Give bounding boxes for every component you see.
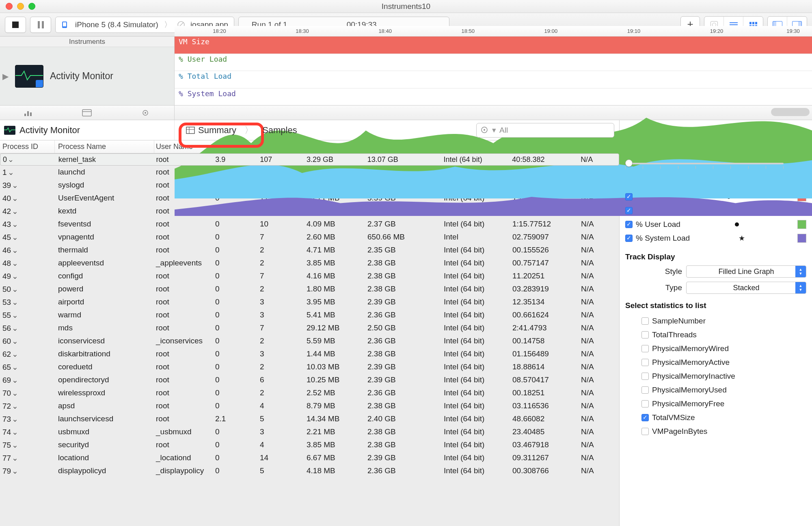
row-menu-icon[interactable]: ⌄ [11,337,21,345]
select-stat-checkbox[interactable] [641,345,649,352]
stat-checkbox[interactable] [625,235,633,242]
row-menu-icon[interactable]: ⌄ [11,441,21,449]
row-menu-icon[interactable]: ⌄ [11,324,21,332]
table-row[interactable]: 43⌄fseventsdroot0104.09 MB2.37 GBIntel (… [0,218,619,231]
track-total-load[interactable]: % Total Load [175,71,812,88]
table-row[interactable]: 65⌄coreduetdroot0210.03 MB2.39 GBIntel (… [0,360,619,373]
row-menu-icon[interactable]: ⌄ [11,467,21,475]
track-system-load[interactable]: % System Load [175,88,812,106]
row-menu-icon[interactable]: ⌄ [11,233,21,241]
table-row[interactable]: 72⌄apsdroot048.79 MB2.38 GBIntel (64 bit… [0,399,619,412]
select-stat-checkbox[interactable] [641,428,649,435]
select-stat-row[interactable]: PhysicalMemoryUsed [625,383,806,397]
select-stat-checkbox[interactable] [641,317,649,325]
select-stat-row[interactable]: PhysicalMemoryActive [625,356,806,369]
select-stat-checkbox[interactable] [641,359,649,366]
row-menu-icon[interactable]: ⌄ [11,272,21,280]
select-stat-row[interactable]: VMPageInBytes [625,425,806,438]
row-menu-icon[interactable]: ⌄ [11,194,21,203]
row-menu-icon[interactable]: ⌄ [11,181,21,190]
row-menu-icon[interactable]: ⌄ [11,220,21,229]
color-swatch[interactable] [797,234,806,243]
row-menu-icon[interactable]: ⌄ [11,415,21,423]
select-stat-checkbox[interactable] [641,386,649,394]
track-user-load[interactable]: % User Load [175,54,812,71]
row-menu-icon[interactable]: ⌄ [11,454,21,462]
sampling-rate-slider[interactable] [625,163,784,164]
table-row[interactable]: 0⌄kernel_taskroot3.91073.29 GB13.07 GBIn… [0,153,619,166]
select-stat-row[interactable]: PhysicalMemoryInactive [625,369,806,383]
table-row[interactable]: 49⌄configdroot074.16 MB2.38 GBIntel (64 … [0,269,619,282]
table-row[interactable]: 75⌄securitydroot043.85 MB2.38 GBIntel (6… [0,438,619,451]
table-row[interactable]: 79⌄displaypolicyd_displaypolicy054.18 MB… [0,464,619,477]
stat-row[interactable]: % System Load★ [625,231,806,245]
svg-rect-1 [63,22,66,26]
select-stat-row[interactable]: SampleNumber [625,314,806,328]
table-row[interactable]: 73⌄launchservicesdroot2.1514.34 MB2.40 G… [0,412,619,425]
row-menu-icon[interactable]: ⌄ [11,285,21,293]
stat-checkbox[interactable] [625,221,633,228]
col-pid[interactable]: Process ID [0,140,55,153]
table-row[interactable]: 46⌄thermaldroot024.71 MB2.35 GBIntel (64… [0,244,619,257]
bars-icon[interactable] [24,110,33,116]
record-stop-button[interactable] [5,17,26,33]
row-menu-icon[interactable]: ⌄ [11,363,21,371]
select-stat-row[interactable]: PhysicalMemoryWired [625,342,806,356]
pause-button[interactable] [30,17,51,33]
crumb-samples[interactable]: Samples [253,120,306,140]
table-row[interactable]: 69⌄opendirectorydroot0610.25 MB2.39 GBIn… [0,373,619,386]
table-row[interactable]: 50⌄powerdroot021.80 MB2.38 GBIntel (64 b… [0,282,619,295]
instrument-name[interactable]: Activity Monitor [50,71,113,82]
disclosure-triangle[interactable]: ▶ [2,71,9,81]
color-swatch[interactable] [797,220,806,229]
window-icon[interactable] [82,109,92,116]
table-row[interactable]: 62⌄diskarbitrationdroot031.44 MB2.38 GBI… [0,347,619,360]
row-menu-icon[interactable]: ⌄ [7,168,17,177]
table-row[interactable]: 55⌄warmdroot035.41 MB2.36 GBIntel (64 bi… [0,308,619,321]
row-menu-icon[interactable]: ⌄ [11,246,21,254]
track-display-title: Track Display [625,252,806,261]
row-menu-icon[interactable]: ⌄ [11,207,21,216]
select-stat-row[interactable]: TotalVMSize [625,411,806,425]
select-stat-checkbox[interactable] [641,373,649,380]
stat-checkbox[interactable] [625,193,633,200]
track-vm-size[interactable]: VM Size [175,37,812,54]
table-row[interactable]: 74⌄usbmuxd_usbmuxd032.21 MB2.38 GBIntel … [0,425,619,438]
table-row[interactable]: 45⌄vpnagentdroot072.60 MB650.66 MBIntel0… [0,231,619,244]
stat-row[interactable]: % User Load [625,218,806,231]
filter-field[interactable]: ▾ All [476,123,614,138]
select-stat-row[interactable]: PhysicalMemoryFree [625,397,806,411]
table-row[interactable]: 70⌄wirelessproxdroot022.52 MB2.36 GBInte… [0,386,619,399]
row-menu-icon[interactable]: ⌄ [11,298,21,306]
select-stat-checkbox[interactable] [641,331,649,338]
timeline-scroll-thumb[interactable] [771,108,810,116]
select-stat-row[interactable]: TotalThreads [625,328,806,342]
svg-rect-11 [186,127,194,134]
type-select[interactable]: Stacked▲▼ [686,282,806,294]
row-menu-icon[interactable]: ⌄ [11,389,21,397]
row-menu-icon[interactable]: ⌄ [7,155,16,164]
table-row[interactable]: 60⌄iconservicesd_iconservices025.59 MB2.… [0,334,619,347]
table-row[interactable]: 48⌄appleeventsd_appleevents023.85 MB2.38… [0,257,619,269]
crumb-summary[interactable]: Summary 〉 [177,125,245,136]
row-menu-icon[interactable]: ⌄ [11,311,21,319]
gear-icon[interactable] [141,110,150,116]
style-select[interactable]: Filled Line Graph▲▼ [686,265,806,278]
zoom-window-button[interactable] [28,3,35,10]
select-stat-checkbox[interactable] [641,400,649,407]
table-row[interactable]: 77⌄locationd_locationd0146.67 MB2.39 GBI… [0,451,619,464]
row-menu-icon[interactable]: ⌄ [11,428,21,436]
row-menu-icon[interactable]: ⌄ [11,350,21,358]
row-menu-icon[interactable]: ⌄ [11,402,21,410]
track-view[interactable]: 18:20 18:30 18:40 18:50 19:00 19:10 19:2… [175,37,812,105]
timeline-ruler[interactable]: 18:20 18:30 18:40 18:50 19:00 19:10 19:2… [175,26,812,37]
stat-checkbox[interactable] [625,207,633,214]
row-menu-icon[interactable]: ⌄ [11,376,21,384]
row-menu-icon[interactable]: ⌄ [11,259,21,267]
table-row[interactable]: 56⌄mdsroot0729.12 MB2.50 GBIntel (64 bit… [0,321,619,334]
close-window-button[interactable] [6,3,13,10]
minimize-window-button[interactable] [17,3,24,10]
col-name[interactable]: Process Name [55,140,154,153]
table-row[interactable]: 53⌄airportdroot033.95 MB2.39 GBIntel (64… [0,295,619,308]
select-stat-checkbox[interactable] [641,414,649,421]
